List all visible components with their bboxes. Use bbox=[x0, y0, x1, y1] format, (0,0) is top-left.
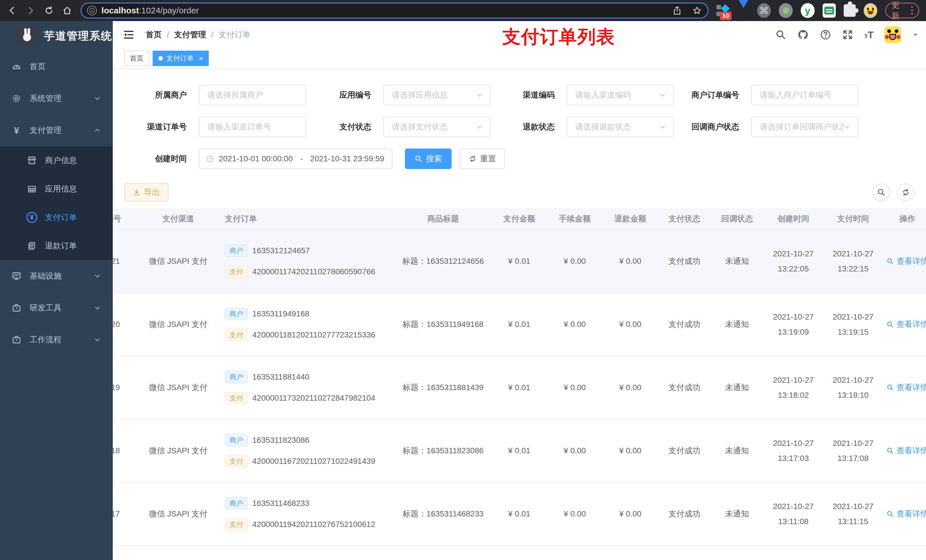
breadcrumb-current: 支付订单 bbox=[219, 29, 251, 40]
browser-forward-button[interactable] bbox=[24, 4, 36, 17]
app-logo[interactable]: 芋道管理系统 bbox=[0, 21, 113, 51]
merchant-order-no: 1635311949168 bbox=[252, 308, 309, 320]
refund-status-select[interactable]: 请选择退款状态 bbox=[567, 117, 674, 137]
channel-order-no-input[interactable] bbox=[199, 117, 306, 137]
table-row[interactable]: 21 微信 JSAPI 支付 商户1635312124657 支付4200001… bbox=[113, 230, 926, 293]
browser-reload-button[interactable] bbox=[43, 4, 55, 17]
close-icon[interactable]: × bbox=[199, 54, 203, 63]
tag-home[interactable]: 首页 bbox=[124, 51, 149, 66]
pay-submenu: 商户信息 应用信息 ¥ 支付订单 退款订单 bbox=[0, 146, 113, 260]
reset-button[interactable]: 重置 bbox=[460, 148, 505, 169]
sidebar-item-merchant-info[interactable]: 商户信息 bbox=[0, 146, 113, 175]
merchant-order-no-input[interactable] bbox=[751, 85, 858, 105]
pay-tag: 支付 bbox=[225, 329, 248, 341]
chevron-down-icon bbox=[94, 95, 101, 103]
help-icon[interactable] bbox=[820, 29, 831, 41]
gem-extension-icon[interactable] bbox=[738, 8, 749, 13]
site-info-icon[interactable] bbox=[87, 6, 97, 15]
app-title: 芋道管理系统 bbox=[44, 29, 112, 43]
view-detail-link[interactable]: 查看详情 bbox=[887, 381, 926, 394]
sidebar-item-infrastructure[interactable]: 基础设施 bbox=[0, 260, 113, 292]
field-label: 回调商户状态 bbox=[674, 122, 751, 132]
view-detail-link[interactable]: 查看详情 bbox=[887, 508, 926, 520]
sidebar-item-label: 系统管理 bbox=[30, 93, 94, 104]
user-avatar[interactable] bbox=[884, 26, 901, 43]
field-label: 渠道编码 bbox=[490, 90, 567, 100]
field-label: 商户订单编号 bbox=[674, 90, 751, 100]
app-select[interactable]: 请选择应用信息 bbox=[383, 85, 490, 105]
table-row[interactable]: 19 微信 JSAPI 支付 商户1635311881440 支付4200001… bbox=[113, 356, 926, 420]
emoji-extension-icon[interactable] bbox=[864, 3, 878, 18]
table-row[interactable]: 17 微信 JSAPI 支付 商户1635311468233 支付4200001… bbox=[113, 483, 926, 546]
extension-badge-icon[interactable]: 10 bbox=[716, 3, 730, 18]
grid-icon bbox=[26, 184, 38, 194]
pay-order-no: 4200001181202110277723215336 bbox=[252, 329, 375, 341]
browser-menu-icon[interactable] bbox=[911, 6, 913, 15]
sidebar-item-home[interactable]: 首页 bbox=[0, 51, 113, 83]
sidebar-fold-icon[interactable] bbox=[123, 29, 135, 41]
col-status: 支付状态 bbox=[658, 208, 711, 229]
sidebar-item-refund-order[interactable]: 退款订单 bbox=[0, 232, 113, 260]
select-placeholder: 请选择支付状态 bbox=[392, 122, 475, 132]
col-notify: 回调状态 bbox=[711, 208, 763, 229]
col-fee: 手续金额 bbox=[547, 208, 602, 229]
fullscreen-icon[interactable] bbox=[842, 29, 853, 41]
briefcase-icon bbox=[11, 335, 22, 344]
address-bar[interactable]: localhost :1024/pay/order bbox=[80, 3, 708, 18]
github-icon[interactable] bbox=[797, 29, 809, 41]
table-row[interactable]: 20 微信 JSAPI 支付 商户1635311949168 支付4200001… bbox=[113, 293, 926, 356]
view-detail-link[interactable]: 查看详情 bbox=[887, 318, 926, 331]
sidebar-item-system[interactable]: 系统管理 bbox=[0, 83, 113, 115]
share-icon[interactable] bbox=[672, 6, 682, 15]
table-row[interactable]: 18 微信 JSAPI 支付 商户1635311823086 支付4200001… bbox=[113, 420, 926, 483]
font-size-icon[interactable]: тT bbox=[864, 29, 874, 41]
y-extension-icon[interactable]: y bbox=[801, 3, 815, 18]
sidebar-item-app-info[interactable]: 应用信息 bbox=[0, 175, 113, 203]
table-toolbar: 导出 bbox=[113, 180, 926, 201]
merchant-select-input[interactable] bbox=[199, 85, 306, 105]
tags-view-bar: 首页 支付订单 × bbox=[113, 48, 926, 69]
pay-tag: 支付 bbox=[225, 266, 248, 278]
sidebar-item-pay-order[interactable]: ¥ 支付订单 bbox=[0, 203, 113, 232]
dashboard-icon bbox=[11, 62, 22, 71]
cell-status: 支付成功 bbox=[658, 444, 711, 457]
browser-home-button[interactable] bbox=[61, 4, 73, 17]
channel-code-select[interactable]: 请输入渠道编码 bbox=[567, 85, 674, 105]
command-extension-icon[interactable]: ⌘ bbox=[757, 3, 771, 18]
cell-channel: 微信 JSAPI 支付 bbox=[138, 508, 218, 520]
sidebar-item-pay[interactable]: ¥ 支付管理 bbox=[0, 115, 113, 146]
sidebar-item-workflow[interactable]: 工作流程 bbox=[0, 324, 113, 356]
col-action: 操作 bbox=[883, 208, 926, 229]
cell-notify: 未通知 bbox=[711, 255, 763, 267]
browser-back-button[interactable] bbox=[6, 4, 18, 17]
search-icon[interactable] bbox=[775, 29, 786, 40]
documents-icon bbox=[26, 241, 38, 251]
sidebar-item-dev-tools[interactable]: 研发工具 bbox=[0, 292, 113, 324]
create-time-range-picker[interactable]: 2021-10-01 00:00:00 - 2021-10-31 23:59:5… bbox=[199, 148, 392, 169]
rabbit-logo-icon bbox=[18, 27, 36, 45]
pay-status-select[interactable]: 请选择支付状态 bbox=[383, 117, 490, 137]
show-search-toggle-button[interactable] bbox=[873, 184, 890, 201]
export-button[interactable]: 导出 bbox=[124, 183, 169, 201]
cell-id: 21 bbox=[113, 255, 138, 267]
view-detail-link[interactable]: 查看详情 bbox=[887, 444, 926, 457]
search-button[interactable]: 搜索 bbox=[405, 148, 452, 169]
header-actions: тT bbox=[775, 21, 919, 48]
cell-notify: 未通知 bbox=[711, 318, 763, 331]
tag-pay-order-active[interactable]: 支付订单 × bbox=[153, 51, 209, 66]
table-row[interactable]: 商户1635311251796 bbox=[113, 546, 926, 560]
user-menu-caret-icon[interactable] bbox=[912, 31, 919, 38]
view-detail-link[interactable]: 查看详情 bbox=[887, 255, 926, 267]
refresh-table-button[interactable] bbox=[897, 184, 915, 201]
dot-extension-icon[interactable] bbox=[779, 3, 793, 18]
breadcrumb-pay[interactable]: 支付管理 bbox=[174, 29, 206, 40]
cell-order: 商户1635312124657 支付4200001174202110278060… bbox=[218, 245, 395, 278]
notify-status-select[interactable]: 请选择订单回调商户状态 bbox=[751, 117, 858, 137]
puzzle-extension-icon[interactable] bbox=[844, 4, 855, 17]
pay-tag: 支付 bbox=[225, 518, 248, 531]
browser-update-button[interactable]: 更新 bbox=[885, 3, 919, 18]
breadcrumb-home[interactable]: 首页 bbox=[146, 29, 162, 40]
chat-extension-icon[interactable] bbox=[823, 3, 836, 18]
date-separator: - bbox=[300, 154, 303, 163]
bookmark-star-icon[interactable] bbox=[692, 6, 702, 15]
